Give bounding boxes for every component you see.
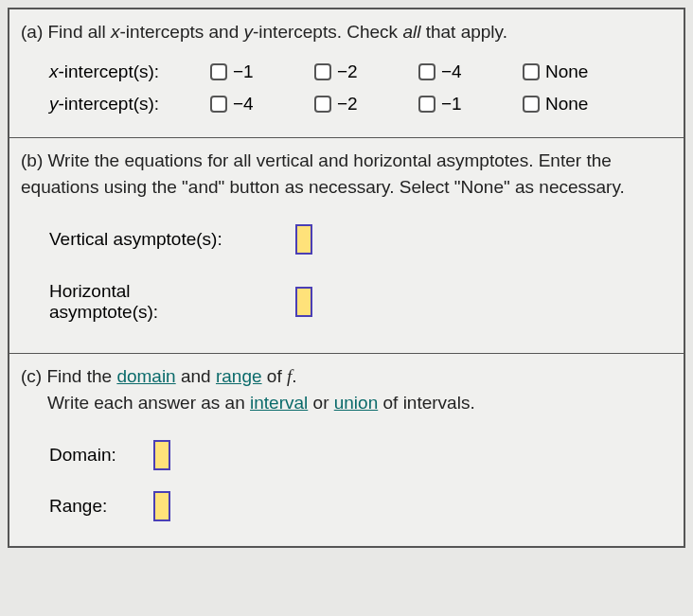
opt-label: −2 bbox=[337, 94, 358, 114]
y-var: y bbox=[49, 94, 59, 114]
vertical-asymptote-input[interactable] bbox=[295, 224, 312, 255]
text: asymptote(s): bbox=[49, 302, 295, 323]
opt-label: None bbox=[545, 62, 588, 82]
vertical-asymptote-label: Vertical asymptote(s): bbox=[49, 229, 295, 250]
question-container: (a) Find all x-intercepts and y-intercep… bbox=[8, 8, 685, 548]
section-a: (a) Find all x-intercepts and y-intercep… bbox=[9, 9, 684, 138]
text: that apply. bbox=[420, 22, 507, 42]
text: or bbox=[308, 393, 333, 413]
range-input[interactable] bbox=[153, 491, 170, 521]
domain-link[interactable]: domain bbox=[116, 366, 175, 386]
domain-input[interactable] bbox=[153, 440, 170, 470]
y-opt-2[interactable]: −2 bbox=[314, 94, 418, 114]
text: (a) Find all bbox=[21, 22, 111, 42]
range-label: Range: bbox=[49, 496, 153, 517]
x-var: x bbox=[111, 22, 120, 42]
text: . bbox=[292, 366, 296, 386]
y-intercept-row: y-intercept(s): −4 −2 −1 None bbox=[21, 88, 672, 120]
x-opt-3[interactable]: −4 bbox=[418, 62, 523, 82]
horizontal-asymptote-label: Horizontal asymptote(s): bbox=[49, 281, 295, 323]
opt-label: None bbox=[545, 94, 588, 114]
union-link[interactable]: union bbox=[334, 393, 379, 413]
prompt-c: (c) Find the domain and range of f. Writ… bbox=[21, 363, 672, 417]
checkbox-icon[interactable] bbox=[418, 63, 435, 80]
checkbox-icon[interactable] bbox=[418, 96, 435, 113]
text: Write each answer as an bbox=[47, 393, 250, 413]
y-var: y bbox=[244, 22, 254, 42]
prompt-a: (a) Find all x-intercepts and y-intercep… bbox=[21, 19, 672, 46]
prompt-c-line2: Write each answer as an interval or unio… bbox=[21, 393, 475, 413]
prompt-b: (b) Write the equations for all vertical… bbox=[21, 148, 672, 202]
x-opt-2[interactable]: −2 bbox=[314, 62, 418, 82]
all-italic: all bbox=[402, 22, 420, 42]
domain-label: Domain: bbox=[49, 445, 153, 466]
domain-row: Domain: bbox=[21, 427, 672, 478]
horizontal-asymptote-input[interactable] bbox=[295, 287, 312, 317]
y-opt-3[interactable]: −1 bbox=[418, 94, 523, 114]
section-c: (c) Find the domain and range of f. Writ… bbox=[9, 354, 684, 546]
x-var: x bbox=[49, 62, 59, 81]
text: of bbox=[262, 366, 287, 386]
opt-label: −2 bbox=[337, 62, 358, 82]
range-link[interactable]: range bbox=[216, 366, 262, 386]
opt-label: −1 bbox=[441, 94, 462, 114]
text: of intervals. bbox=[378, 393, 474, 413]
text: (c) Find the bbox=[21, 366, 116, 386]
opt-label: −1 bbox=[233, 62, 254, 82]
section-b: (b) Write the equations for all vertical… bbox=[9, 138, 684, 354]
x-opt-1[interactable]: −1 bbox=[210, 62, 314, 82]
checkbox-icon[interactable] bbox=[210, 96, 227, 113]
y-opt-none[interactable]: None bbox=[523, 94, 627, 114]
checkbox-icon[interactable] bbox=[314, 96, 331, 113]
text: Horizontal bbox=[49, 281, 295, 302]
checkbox-icon[interactable] bbox=[523, 96, 540, 113]
text: -intercepts. Check bbox=[253, 22, 402, 42]
checkbox-icon[interactable] bbox=[314, 63, 331, 80]
x-opt-none[interactable]: None bbox=[523, 62, 627, 82]
text: -intercepts and bbox=[120, 22, 244, 42]
checkbox-icon[interactable] bbox=[210, 63, 227, 80]
y-intercept-label: y-intercept(s): bbox=[49, 94, 210, 114]
interval-link[interactable]: interval bbox=[250, 393, 308, 413]
horizontal-asymptote-row: Horizontal asymptote(s): bbox=[21, 268, 672, 336]
opt-label: −4 bbox=[441, 62, 462, 82]
text: -intercept(s): bbox=[59, 62, 160, 81]
checkbox-icon[interactable] bbox=[523, 63, 540, 80]
range-row: Range: bbox=[21, 478, 672, 529]
x-intercept-row: x-intercept(s): −1 −2 −4 None bbox=[21, 56, 672, 88]
opt-label: −4 bbox=[233, 94, 254, 114]
vertical-asymptote-row: Vertical asymptote(s): bbox=[21, 211, 672, 268]
text: -intercept(s): bbox=[59, 94, 160, 114]
text: and bbox=[176, 366, 216, 386]
x-intercept-label: x-intercept(s): bbox=[49, 62, 210, 82]
y-opt-1[interactable]: −4 bbox=[210, 94, 314, 114]
